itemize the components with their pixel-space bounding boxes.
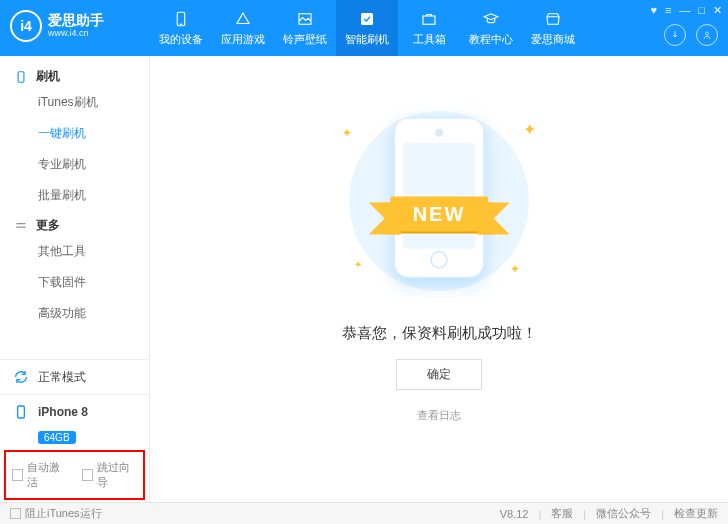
store-icon (544, 10, 562, 28)
svg-rect-3 (361, 13, 373, 25)
checkbox-icon (10, 508, 21, 519)
sidebar-item-download-fw[interactable]: 下载固件 (0, 267, 149, 298)
maximize-icon[interactable]: □ (698, 4, 705, 17)
header-actions (664, 24, 718, 46)
sparkle-icon: ✦ (342, 126, 352, 140)
separator: | (583, 508, 586, 520)
graduation-icon (482, 10, 500, 28)
block-itunes-checkbox[interactable]: 阻止iTunes运行 (10, 506, 102, 521)
sidebar-item-oneclick-flash[interactable]: 一键刷机 (0, 118, 149, 149)
nav-label: 铃声壁纸 (283, 32, 327, 47)
nav-store[interactable]: 爱思商城 (522, 0, 584, 56)
mode-row[interactable]: 正常模式 (0, 359, 149, 394)
success-illustration: ✦ ✦ ✦ ✦ NEW (324, 96, 554, 306)
sidebar-section-flash: 刷机 (0, 62, 149, 87)
nav-label: 工具箱 (413, 32, 446, 47)
sidebar-item-advanced[interactable]: 高级功能 (0, 298, 149, 329)
toolbox-icon (420, 10, 438, 28)
nav-flash[interactable]: 智能刷机 (336, 0, 398, 56)
sidebar-item-other-tools[interactable]: 其他工具 (0, 236, 149, 267)
sidebar-bottom: 正常模式 iPhone 8 64GB 自动激活 跳过向导 (0, 359, 149, 502)
app-title: 爱思助手 (48, 13, 104, 27)
nav-label: 我的设备 (159, 32, 203, 47)
sparkle-icon: ✦ (510, 262, 520, 276)
nav-tutorials[interactable]: 教程中心 (460, 0, 522, 56)
nav-label: 应用游戏 (221, 32, 265, 47)
more-icon (14, 219, 28, 233)
download-button[interactable] (664, 24, 686, 46)
section-title: 更多 (36, 217, 60, 234)
checkbox-icon (82, 469, 93, 481)
main-nav: 我的设备 应用游戏 铃声壁纸 智能刷机 工具箱 教程中心 爱思商城 (150, 0, 584, 56)
svg-rect-6 (18, 71, 24, 82)
minimize-icon[interactable]: — (679, 4, 690, 17)
storage-badge: 64GB (38, 431, 76, 444)
sidebar: 刷机 iTunes刷机 一键刷机 专业刷机 批量刷机 更多 其他工具 下载固件 … (0, 56, 150, 502)
version-label: V8.12 (500, 508, 529, 520)
svg-rect-4 (423, 16, 435, 24)
sidebar-scroll: 刷机 iTunes刷机 一键刷机 专业刷机 批量刷机 更多 其他工具 下载固件 … (0, 56, 149, 359)
svg-point-5 (706, 32, 709, 35)
nav-label: 教程中心 (469, 32, 513, 47)
check-update-link[interactable]: 检查更新 (674, 506, 718, 521)
checkbox-label: 自动激活 (27, 460, 67, 490)
app-subtitle: www.i4.cn (48, 27, 104, 39)
wechat-link[interactable]: 微信公众号 (596, 506, 651, 521)
auto-activate-checkbox[interactable]: 自动激活 (12, 460, 68, 490)
logo-icon: i4 (10, 10, 42, 42)
customer-service-link[interactable]: 客服 (551, 506, 573, 521)
flash-icon (358, 10, 376, 28)
main-area: 刷机 iTunes刷机 一键刷机 专业刷机 批量刷机 更多 其他工具 下载固件 … (0, 56, 728, 502)
nav-label: 智能刷机 (345, 32, 389, 47)
settings-icon[interactable]: ♥ (650, 4, 657, 17)
separator: | (538, 508, 541, 520)
checkbox-label: 阻止iTunes运行 (25, 506, 102, 521)
skip-guide-checkbox[interactable]: 跳过向导 (82, 460, 138, 490)
checkbox-icon (12, 469, 23, 481)
ribbon-text: NEW (391, 196, 488, 231)
menu-icon[interactable]: ≡ (665, 4, 671, 17)
app-header: i4 爱思助手 www.i4.cn 我的设备 应用游戏 铃声壁纸 智能刷机 工具… (0, 0, 728, 56)
window-controls: ♥ ≡ — □ ✕ (650, 4, 722, 17)
sidebar-item-batch-flash[interactable]: 批量刷机 (0, 180, 149, 211)
checkbox-label: 跳过向导 (97, 460, 137, 490)
refresh-icon (12, 368, 30, 386)
nav-my-device[interactable]: 我的设备 (150, 0, 212, 56)
svg-rect-9 (18, 406, 25, 418)
options-highlight: 自动激活 跳过向导 (4, 450, 145, 500)
phone-icon (172, 10, 190, 28)
nav-toolbox[interactable]: 工具箱 (398, 0, 460, 56)
phone-outline-icon (14, 70, 28, 84)
success-message: 恭喜您，保资料刷机成功啦！ (342, 324, 537, 343)
device-phone-icon (12, 403, 30, 421)
illus-ribbon: NEW (391, 196, 488, 231)
user-button[interactable] (696, 24, 718, 46)
sparkle-icon: ✦ (523, 120, 536, 139)
confirm-button[interactable]: 确定 (396, 359, 482, 390)
nav-label: 爱思商城 (531, 32, 575, 47)
view-log-link[interactable]: 查看日志 (417, 408, 461, 423)
sidebar-item-itunes-flash[interactable]: iTunes刷机 (0, 87, 149, 118)
apps-icon (234, 10, 252, 28)
sidebar-item-pro-flash[interactable]: 专业刷机 (0, 149, 149, 180)
device-row[interactable]: iPhone 8 64GB (0, 394, 149, 450)
nav-ringtones[interactable]: 铃声壁纸 (274, 0, 336, 56)
content-panel: ✦ ✦ ✦ ✦ NEW 恭喜您，保资料刷机成功啦！ 确定 查看日志 (150, 56, 728, 502)
separator: | (661, 508, 664, 520)
sidebar-section-more: 更多 (0, 211, 149, 236)
mode-label: 正常模式 (38, 369, 86, 386)
status-bar: 阻止iTunes运行 V8.12 | 客服 | 微信公众号 | 检查更新 (0, 502, 728, 524)
wallpaper-icon (296, 10, 314, 28)
logo-area: i4 爱思助手 www.i4.cn (0, 0, 150, 42)
logo-text: 爱思助手 www.i4.cn (48, 13, 104, 39)
section-title: 刷机 (36, 68, 60, 85)
close-icon[interactable]: ✕ (713, 4, 722, 17)
sparkle-icon: ✦ (354, 259, 362, 270)
device-name: iPhone 8 (38, 405, 88, 419)
nav-apps[interactable]: 应用游戏 (212, 0, 274, 56)
